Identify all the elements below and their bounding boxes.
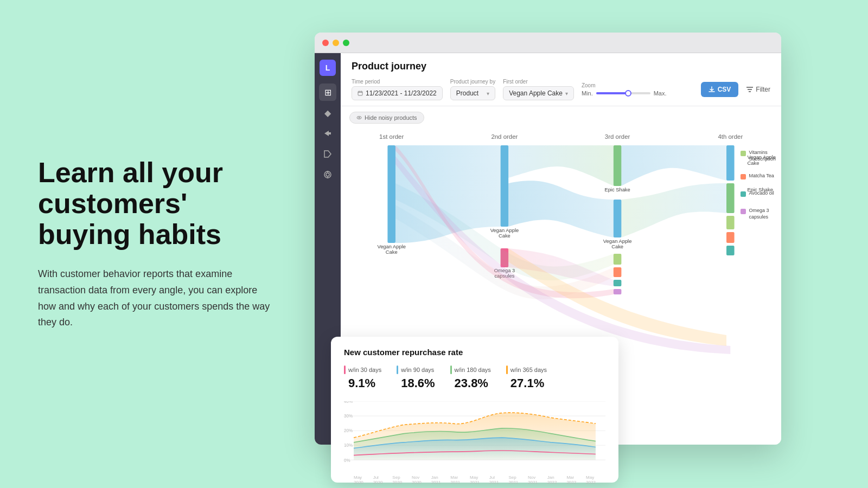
x-label-6: May2021 xyxy=(470,475,480,485)
right-item-avocado: Avocado oil xyxy=(741,190,776,197)
hide-noisy-button[interactable]: Hide noisy products xyxy=(349,112,424,124)
filters-row: Time period 11/23/2021 - 11/23/2022 xyxy=(352,79,770,100)
minimize-dot[interactable] xyxy=(333,40,339,46)
zoom-track[interactable] xyxy=(596,92,650,94)
time-period-select[interactable]: 11/23/2021 - 11/23/2022 xyxy=(352,86,443,100)
sidebar-logo[interactable]: L xyxy=(320,60,336,76)
repurchase-card: New customer repurchase rate w/in 30 day… xyxy=(331,337,618,483)
repurchase-chart: 0% 10% 20% 30% 40% xyxy=(344,401,605,472)
sub-text: With customer behavior reports that exam… xyxy=(38,266,277,331)
first-order-label: First order xyxy=(503,79,574,85)
svg-text:Vegan Apple: Vegan Apple xyxy=(377,244,406,249)
svg-rect-33 xyxy=(614,280,622,286)
x-axis-labels: May2020 Jul2020 Sep2020 Nov2020 Jan2021 … xyxy=(344,475,605,485)
metric-365-days: w/in 365 days 27.1% xyxy=(506,365,547,390)
maximize-dot[interactable] xyxy=(343,40,349,46)
x-label-1: Jul2020 xyxy=(373,475,383,485)
svg-text:1st order: 1st order xyxy=(379,133,404,140)
svg-text:Cake: Cake xyxy=(499,233,510,239)
right-item-matcha: Matcha Tea xyxy=(741,173,776,179)
time-period-group: Time period 11/23/2021 - 11/23/2022 xyxy=(352,79,443,100)
filter-label: Filter xyxy=(756,86,770,93)
metric-180-period: w/in 180 days xyxy=(450,365,491,374)
metric-90-value: 18.6% xyxy=(401,376,435,390)
chevron-down-icon-2: ▾ xyxy=(565,91,568,97)
close-dot[interactable] xyxy=(322,40,329,46)
first-order-select[interactable]: Vegan Apple Cake ▾ xyxy=(503,86,574,100)
svg-rect-26 xyxy=(614,145,622,186)
svg-text:3rd order: 3rd order xyxy=(605,133,630,140)
svg-rect-28 xyxy=(614,200,622,237)
vitamins-color xyxy=(741,151,746,156)
sidebar-icon-target[interactable] xyxy=(319,166,336,183)
x-label-5: Mar2021 xyxy=(450,475,460,485)
metric-180-value: 23.8% xyxy=(455,376,491,390)
metrics-row: w/in 30 days 9.1% w/in 90 days 18.6% w/i… xyxy=(344,365,605,390)
x-label-11: Mar2022 xyxy=(566,475,576,485)
sidebar-icon-diamond[interactable]: ◆ xyxy=(319,104,336,121)
svg-rect-38 xyxy=(726,232,735,243)
right-items-panel: VitaminsSubscription Matcha Tea Avocado … xyxy=(741,150,776,221)
download-icon xyxy=(709,86,715,93)
svg-text:Vegan Apple: Vegan Apple xyxy=(603,239,632,244)
time-period-value: 11/23/2021 - 11/23/2022 xyxy=(366,89,437,97)
vitamins-label: VitaminsSubscription xyxy=(749,150,776,162)
omega-color xyxy=(741,209,746,214)
journey-by-value: Product xyxy=(456,89,478,97)
metric-365-period: w/in 365 days xyxy=(506,365,547,374)
metric-30-label: w/in 30 days xyxy=(348,367,381,373)
metric-180-dot xyxy=(450,365,452,374)
journey-by-group: Product journey by Product ▾ xyxy=(450,79,495,100)
svg-text:Vegan Apple: Vegan Apple xyxy=(490,228,519,233)
svg-rect-35 xyxy=(726,145,735,181)
csv-button[interactable]: CSV xyxy=(701,82,739,97)
app-title: Product journey xyxy=(352,61,770,72)
x-label-7: Jul2021 xyxy=(489,475,499,485)
svg-text:30%: 30% xyxy=(344,413,353,419)
card-title: New customer repurchase rate xyxy=(344,348,605,357)
right-item-omega: Omega 3capsules xyxy=(741,208,776,220)
svg-rect-17 xyxy=(387,145,395,243)
right-panel: L ⊞ ◆ xyxy=(315,0,868,488)
svg-rect-39 xyxy=(726,246,735,255)
main-heading: Learn all your customers' buying habits xyxy=(38,157,277,251)
svg-text:0%: 0% xyxy=(344,457,350,463)
x-label-10: Jan2022 xyxy=(547,475,557,485)
matcha-label: Matcha Tea xyxy=(749,173,774,179)
zoom-slider-row: Min. Max. xyxy=(582,90,667,97)
svg-text:2nd order: 2nd order xyxy=(491,133,518,140)
x-label-4: Jan2021 xyxy=(431,475,441,485)
app-header: Product journey Time period xyxy=(341,53,781,106)
svg-point-12 xyxy=(359,117,360,118)
svg-point-1 xyxy=(326,173,329,176)
metric-30-period: w/in 30 days xyxy=(344,365,381,374)
left-panel: Learn all your customers' buying habits … xyxy=(0,125,315,363)
journey-by-select[interactable]: Product ▾ xyxy=(450,86,495,100)
omega-label: Omega 3capsules xyxy=(749,208,769,220)
metric-90-label: w/in 90 days xyxy=(401,367,434,373)
x-label-3: Nov2020 xyxy=(412,475,422,485)
svg-rect-36 xyxy=(726,183,735,213)
chevron-down-icon: ▾ xyxy=(487,91,489,97)
sidebar-icon-grid[interactable]: ⊞ xyxy=(319,84,336,101)
sidebar-icon-arrow[interactable] xyxy=(319,125,336,142)
zoom-group: Zoom Min. Max. xyxy=(582,82,667,97)
svg-rect-37 xyxy=(726,216,735,229)
zoom-thumb[interactable] xyxy=(625,90,631,97)
avocado-label: Avocado oil xyxy=(749,190,774,197)
sidebar-icon-tag[interactable] xyxy=(319,145,336,163)
browser-titlebar xyxy=(315,33,781,53)
time-period-label: Time period xyxy=(352,79,443,85)
filter-icon xyxy=(746,86,754,93)
metric-365-value: 27.1% xyxy=(510,376,547,390)
svg-text:Cake: Cake xyxy=(611,244,623,249)
filter-button[interactable]: Filter xyxy=(746,86,770,93)
svg-rect-32 xyxy=(614,267,622,277)
svg-text:40%: 40% xyxy=(344,401,353,404)
metric-180-days: w/in 180 days 23.8% xyxy=(450,365,491,390)
svg-text:Cake: Cake xyxy=(386,249,398,255)
chart-area: 0% 10% 20% 30% 40% xyxy=(344,401,605,472)
zoom-fill xyxy=(596,92,626,94)
zoom-min-label: Min. xyxy=(582,90,593,97)
metric-30-value: 9.1% xyxy=(348,376,381,390)
